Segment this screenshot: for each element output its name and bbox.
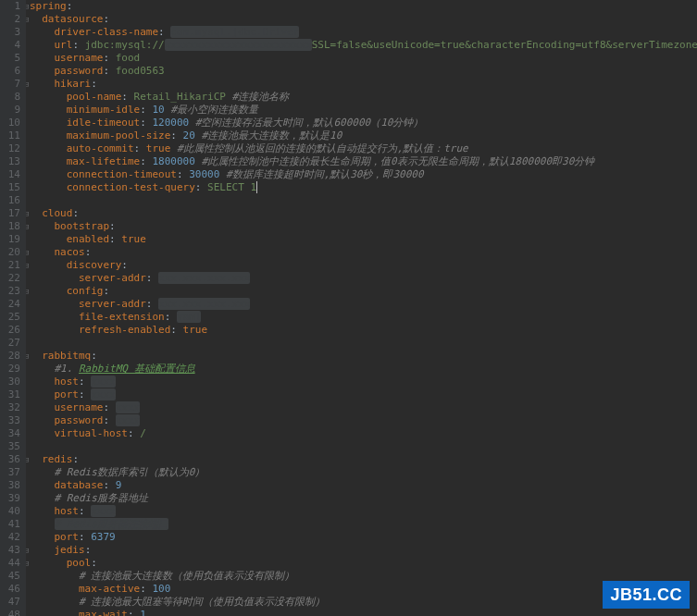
line-number: 30 bbox=[0, 376, 20, 388]
code-line[interactable]: ⊟spring: bbox=[30, 0, 697, 13]
line-number: 33 bbox=[0, 414, 20, 427]
line-number: 12 bbox=[0, 142, 20, 155]
line-number: 5 bbox=[0, 52, 20, 65]
code-line[interactable]: # Redis服务器连接端口 bbox=[30, 518, 697, 531]
code-line[interactable]: port: 6379 bbox=[30, 531, 697, 544]
line-number: 11 bbox=[0, 129, 20, 142]
line-number: 34 bbox=[0, 427, 20, 440]
fold-toggle-icon[interactable]: ⊟ bbox=[26, 207, 29, 220]
line-number: 29 bbox=[0, 363, 20, 376]
code-line[interactable]: pool-name: Retail_HikariCP #连接池名称 bbox=[30, 91, 697, 104]
code-line[interactable]: username: food bbox=[30, 52, 697, 65]
code-line[interactable]: max-wait: 1 bbox=[30, 609, 697, 616]
code-line[interactable]: ⊟ rabbitmq: bbox=[30, 350, 697, 363]
code-line[interactable]: # 连接池最大连接数（使用负值表示没有限制） bbox=[30, 570, 697, 583]
fold-toggle-icon[interactable]: ⊟ bbox=[26, 246, 29, 259]
code-line[interactable]: url: jdbc:mysql://xxxxxxxxxxxxxxxxxxxxxx… bbox=[30, 39, 697, 52]
code-line[interactable]: host: xxxx bbox=[30, 505, 697, 518]
code-line[interactable]: database: 9 bbox=[30, 479, 697, 492]
code-line[interactable]: connection-timeout: 30000 #数据库连接超时时间,默认3… bbox=[30, 168, 697, 181]
code-line[interactable]: # Redis服务器地址 bbox=[30, 492, 697, 505]
line-number: 37 bbox=[0, 466, 20, 479]
code-line[interactable]: port: xxxx bbox=[30, 388, 697, 401]
code-line[interactable]: ⊟ discovery: bbox=[30, 259, 697, 272]
line-number: 21 bbox=[0, 259, 20, 272]
line-number: 19 bbox=[0, 233, 20, 246]
fold-toggle-icon[interactable]: ⊟ bbox=[26, 557, 29, 570]
code-line[interactable]: driver-class-name: com.mysql.jdbc.Driver bbox=[30, 26, 697, 39]
line-number: 6 bbox=[0, 65, 20, 78]
code-line[interactable]: ⊟ redis: bbox=[30, 453, 697, 466]
code-line[interactable]: host: xxxx bbox=[30, 376, 697, 388]
site-watermark: JB51.CC bbox=[603, 581, 690, 609]
code-line[interactable]: max-lifetime: 1800000 #此属性控制池中连接的最长生命周期，… bbox=[30, 155, 697, 168]
line-number: 8 bbox=[0, 91, 20, 104]
line-number: 40 bbox=[0, 505, 20, 518]
fold-toggle-icon[interactable]: ⊟ bbox=[26, 285, 29, 298]
fold-toggle-icon[interactable]: ⊟ bbox=[26, 544, 29, 557]
code-editor[interactable]: 1234567891011121314151617181920212223242… bbox=[0, 0, 697, 616]
code-line[interactable]: ⊟ config: bbox=[30, 285, 697, 298]
code-line[interactable]: enabled: true bbox=[30, 233, 697, 246]
line-number-gutter: 1234567891011121314151617181920212223242… bbox=[0, 0, 26, 616]
code-line[interactable]: server-addr: xxx.xxx.xxx.xxx bbox=[30, 298, 697, 311]
line-number: 9 bbox=[0, 104, 20, 117]
code-line[interactable]: max-active: 100 bbox=[30, 583, 697, 596]
line-number: 3 bbox=[0, 26, 20, 39]
code-line[interactable]: auto-commit: true #此属性控制从池返回的连接的默认自动提交行为… bbox=[30, 142, 697, 155]
code-line[interactable]: connection-test-query: SELECT 1 bbox=[30, 181, 697, 194]
code-line[interactable]: ⊟ jedis: bbox=[30, 544, 697, 557]
code-line[interactable]: password: food0563 bbox=[30, 65, 697, 78]
line-number: 22 bbox=[0, 272, 20, 285]
code-line[interactable]: #1. RabbitMQ 基础配置信息 bbox=[30, 363, 697, 376]
code-line[interactable]: idle-timeout: 120000 #空闲连接存活最大时间，默认60000… bbox=[30, 117, 697, 129]
code-line[interactable]: refresh-enabled: true bbox=[30, 324, 697, 337]
fold-toggle-icon[interactable]: ⊟ bbox=[26, 0, 29, 13]
fold-toggle-icon[interactable]: ⊟ bbox=[26, 350, 29, 363]
code-line[interactable]: minimum-idle: 10 #最小空闲连接数量 bbox=[30, 104, 697, 117]
code-line[interactable]: # 连接池最大阻塞等待时间（使用负值表示没有限制） bbox=[30, 596, 697, 609]
line-number: 38 bbox=[0, 479, 20, 492]
line-number: 23 bbox=[0, 285, 20, 298]
code-line[interactable] bbox=[30, 194, 697, 207]
code-line[interactable]: password: xxxx bbox=[30, 414, 697, 427]
code-line[interactable]: maximum-pool-size: 20 #连接池最大连接数，默认是10 bbox=[30, 129, 697, 142]
line-number: 27 bbox=[0, 337, 20, 350]
fold-toggle-icon[interactable]: ⊟ bbox=[26, 220, 29, 233]
fold-toggle-icon[interactable]: ⊟ bbox=[26, 13, 29, 26]
line-number: 2 bbox=[0, 13, 20, 26]
line-number: 17 bbox=[0, 207, 20, 220]
line-number: 48 bbox=[0, 609, 20, 616]
line-number: 44 bbox=[0, 557, 20, 570]
code-line[interactable]: file-extension: yaml bbox=[30, 311, 697, 324]
code-line[interactable]: ⊟ hikari: bbox=[30, 78, 697, 91]
line-number: 32 bbox=[0, 401, 20, 414]
code-line[interactable] bbox=[30, 337, 697, 350]
code-line[interactable]: # Redis数据库索引（默认为0） bbox=[30, 466, 697, 479]
line-number: 26 bbox=[0, 324, 20, 337]
fold-toggle-icon[interactable]: ⊟ bbox=[26, 453, 29, 466]
line-number: 35 bbox=[0, 440, 20, 453]
code-line[interactable]: ⊟ cloud: bbox=[30, 207, 697, 220]
line-number: 42 bbox=[0, 531, 20, 544]
code-line[interactable] bbox=[30, 440, 697, 453]
line-number: 14 bbox=[0, 168, 20, 181]
code-line[interactable]: username: xxxx bbox=[30, 401, 697, 414]
code-line[interactable]: ⊟ bootstrap: bbox=[30, 220, 697, 233]
line-number: 43 bbox=[0, 544, 20, 557]
line-number: 4 bbox=[0, 39, 20, 52]
code-line[interactable]: ⊟ pool: bbox=[30, 557, 697, 570]
code-line[interactable]: server-addr: xxx.xxx.xxx.xxx bbox=[30, 272, 697, 285]
line-number: 31 bbox=[0, 388, 20, 401]
line-number: 39 bbox=[0, 492, 20, 505]
fold-toggle-icon[interactable]: ⊟ bbox=[26, 259, 29, 272]
line-number: 45 bbox=[0, 570, 20, 583]
fold-toggle-icon[interactable]: ⊟ bbox=[26, 78, 29, 91]
line-number: 18 bbox=[0, 220, 20, 233]
code-line[interactable]: virtual-host: / bbox=[30, 427, 697, 440]
code-line[interactable]: ⊟ datasource: bbox=[30, 13, 697, 26]
line-number: 13 bbox=[0, 155, 20, 168]
line-number: 25 bbox=[0, 311, 20, 324]
code-area[interactable]: ⊟spring:⊟ datasource: driver-class-name:… bbox=[26, 0, 697, 616]
code-line[interactable]: ⊟ nacos: bbox=[30, 246, 697, 259]
